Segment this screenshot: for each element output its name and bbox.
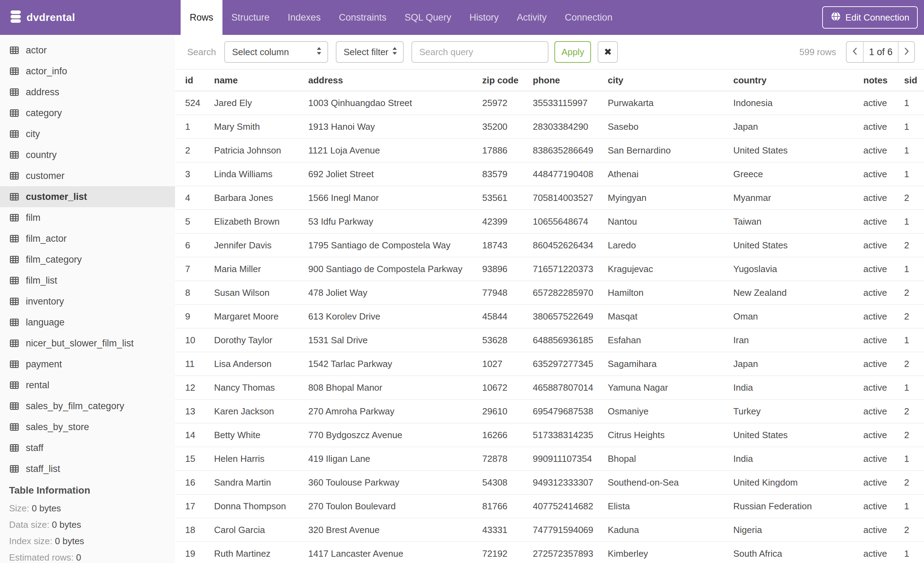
cell-country: Iran <box>733 335 863 346</box>
cell-notes: active <box>863 240 904 251</box>
sidebar-item-address[interactable]: address <box>0 82 175 102</box>
search-query-input[interactable] <box>411 41 549 63</box>
table-info-value: 0 bytes <box>52 519 81 530</box>
tab-structure[interactable]: Structure <box>222 0 279 35</box>
tab-constraints[interactable]: Constraints <box>330 0 396 35</box>
cell-name: Margaret Moore <box>214 311 308 322</box>
table-row[interactable]: 15Helen Harris419 Iligan Lane72878990911… <box>175 447 924 471</box>
cell-city: Kimberley <box>608 548 733 559</box>
cell-name: Jared Ely <box>214 98 308 108</box>
cell-name: Donna Thompson <box>214 501 308 512</box>
sidebar-item-inventory[interactable]: inventory <box>0 291 175 312</box>
tab-indexes[interactable]: Indexes <box>279 0 330 35</box>
table-row[interactable]: 3Linda Williams692 Joliet Street83579448… <box>175 162 924 186</box>
table-row[interactable]: 17Donna Thompson270 Toulon Boulevard8176… <box>175 495 924 518</box>
sidebar-item-film[interactable]: film <box>0 207 175 228</box>
pagination-area: 599 rows 1 of 6 <box>800 41 915 63</box>
table-row[interactable]: 16Sandra Martin360 Toulouse Parkway54308… <box>175 471 924 495</box>
sidebar-item-country[interactable]: country <box>0 144 175 165</box>
column-header-notes[interactable]: notes <box>863 75 904 86</box>
table-row[interactable]: 11Lisa Anderson1542 Tarlac Parkway102763… <box>175 352 924 376</box>
previous-page-button[interactable] <box>847 42 864 62</box>
filter-select-value: Select filter <box>344 47 388 57</box>
cell-phone: 407752414682 <box>533 501 608 512</box>
sidebar-item-label: film_category <box>26 254 82 265</box>
sidebar-item-customer_list[interactable]: customer_list <box>0 186 175 207</box>
table-row[interactable]: 524Jared Ely1003 Qinhuangdao Street25972… <box>175 92 924 115</box>
column-header-address[interactable]: address <box>308 75 482 86</box>
clear-search-button[interactable]: ✖ <box>598 41 618 63</box>
tab-connection[interactable]: Connection <box>556 0 622 35</box>
table-row[interactable]: 2Patricia Johnson1121 Loja Avenue1788683… <box>175 139 924 162</box>
apply-button[interactable]: Apply <box>554 41 591 63</box>
column-header-phone[interactable]: phone <box>533 75 608 86</box>
table-row[interactable]: 12Nancy Thomas808 Bhopal Manor1067246588… <box>175 376 924 400</box>
sidebar-item-language[interactable]: language <box>0 312 175 333</box>
column-select[interactable]: Select column <box>224 41 328 63</box>
table-row[interactable]: 19Ruth Martinez1417 Lancaster Avenue7219… <box>175 542 924 563</box>
table-info-row: Estimated rows: 0 <box>9 549 175 563</box>
tab-activity[interactable]: Activity <box>508 0 556 35</box>
table-row[interactable]: 13Karen Jackson270 Amroha Parkway2961069… <box>175 400 924 423</box>
cell-address: 613 Korolev Drive <box>308 311 482 322</box>
sidebar-item-label: category <box>26 108 62 119</box>
sidebar-item-actor_info[interactable]: actor_info <box>0 61 175 82</box>
column-header-country[interactable]: country <box>733 75 863 86</box>
cell-phone: 747791594069 <box>533 525 608 536</box>
sidebar-item-staff_list[interactable]: staff_list <box>0 458 175 479</box>
sidebar-item-sales_by_store[interactable]: sales_by_store <box>0 416 175 437</box>
sidebar-item-sales_by_film_category[interactable]: sales_by_film_category <box>0 396 175 416</box>
next-page-button[interactable] <box>898 42 914 62</box>
sidebar-item-customer[interactable]: customer <box>0 165 175 186</box>
sidebar-item-nicer_but_slower_film_list[interactable]: nicer_but_slower_film_list <box>0 333 175 354</box>
column-header-zip-code[interactable]: zip code <box>482 75 533 86</box>
table-row[interactable]: 4Barbara Jones1566 Inegl Manor5356170581… <box>175 186 924 210</box>
cell-address: 1417 Lancaster Avenue <box>308 548 482 559</box>
sidebar-item-category[interactable]: category <box>0 102 175 123</box>
sidebar-item-city[interactable]: city <box>0 123 175 144</box>
tab-sql-query[interactable]: SQL Query <box>395 0 460 35</box>
cell-city: Bhopal <box>608 453 733 464</box>
cell-country: United Kingdom <box>733 477 863 488</box>
cell-id: 6 <box>185 240 214 251</box>
cell-sid: 2 <box>904 477 924 488</box>
tab-rows[interactable]: Rows <box>181 0 222 35</box>
column-header-id[interactable]: id <box>185 75 214 86</box>
sidebar-item-film_list[interactable]: film_list <box>0 270 175 291</box>
table-row[interactable]: 8Susan Wilson478 Joliet Way7794865728228… <box>175 281 924 305</box>
sidebar-item-film_actor[interactable]: film_actor <box>0 228 175 249</box>
cell-phone: 10655648674 <box>533 216 608 227</box>
cell-name: Karen Jackson <box>214 406 308 417</box>
table-row[interactable]: 1Mary Smith1913 Hanoi Way352002830338429… <box>175 115 924 139</box>
cell-notes: active <box>863 382 904 393</box>
cell-phone: 272572357893 <box>533 548 608 559</box>
table-info-value: 0 <box>76 552 81 563</box>
table-row[interactable]: 6Jennifer Davis1795 Santiago de Composte… <box>175 234 924 257</box>
sidebar-item-film_category[interactable]: film_category <box>0 249 175 270</box>
sidebar-item-actor[interactable]: actor <box>0 40 175 61</box>
table-row[interactable]: 7Maria Miller900 Santiago de Compostela … <box>175 257 924 281</box>
table-row[interactable]: 9Margaret Moore613 Korolev Drive45844380… <box>175 305 924 329</box>
sidebar-item-rental[interactable]: rental <box>0 375 175 396</box>
cell-country: Myanmar <box>733 192 863 203</box>
search-toolbar: Search Select column Select filter <box>175 35 924 70</box>
cell-name: Dorothy Taylor <box>214 335 308 346</box>
table-grid-icon <box>9 380 20 390</box>
cell-id: 5 <box>185 216 214 227</box>
table-row[interactable]: 18Carol Garcia320 Brest Avenue4333174779… <box>175 518 924 542</box>
tab-history[interactable]: History <box>460 0 508 35</box>
column-header-city[interactable]: city <box>608 75 733 86</box>
filter-select[interactable]: Select filter <box>336 41 404 63</box>
cell-zip-code: 1027 <box>482 359 533 369</box>
table-row[interactable]: 5Elizabeth Brown53 Idfu Parkway423991065… <box>175 210 924 234</box>
cell-phone: 517338314235 <box>533 430 608 441</box>
table-row[interactable]: 14Betty White770 Bydgoszcz Avenue1626651… <box>175 423 924 447</box>
sidebar-item-payment[interactable]: payment <box>0 354 175 375</box>
column-header-sid[interactable]: sid <box>904 75 924 86</box>
sidebar-item-staff[interactable]: staff <box>0 437 175 458</box>
cell-phone: 990911107354 <box>533 453 608 464</box>
table-row[interactable]: 10Dorothy Taylor1531 Sal Drive5362864885… <box>175 329 924 352</box>
cell-id: 8 <box>185 287 214 298</box>
edit-connection-button[interactable]: Edit Connection <box>822 6 918 29</box>
column-header-name[interactable]: name <box>214 75 308 86</box>
